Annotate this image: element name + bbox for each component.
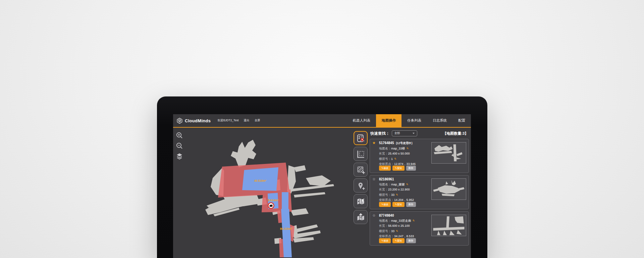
map-marker-tool-button[interactable] [354,194,368,208]
map-size-label: 长宽： [379,224,388,227]
quick-find-label: 快速查找： [370,131,390,136]
nav-tabs: 机器人列表 地图操作 任务列表 日志系统 配置 [347,114,471,127]
map-size-label: 长宽： [379,188,388,191]
map-floor-value: 33 [391,229,394,233]
map-id: 51764845 [379,141,394,145]
map-marker-icon [356,197,365,206]
map-size-value: 25.400 x 50.000 [388,152,410,155]
copy-button[interactable]: ✎复制 [392,166,404,171]
delete-button[interactable]: 删除 [406,202,416,207]
edit-name-icon[interactable]: ✎ [406,183,409,186]
delete-button[interactable]: 删除 [406,166,416,171]
zoom-out-icon[interactable] [176,142,183,149]
map-name-value: map_33层走廊 [391,219,411,222]
map-card-3: ☆ 87749840 地图名：map_33层走廊✎ 长宽：56.600 x 25… [370,211,469,246]
modify-button[interactable]: ✎修改 [379,238,391,243]
map-floor-value: 1 [391,157,393,161]
map-controls [176,132,183,160]
map-origin-value: 12.874，33.946 [394,162,416,166]
map-card-2: ☆ 82186961 地图名：map_腿腿✎ 长宽：23.200 x 22.90… [370,175,469,209]
map-toolstrip [354,131,369,224]
welcome-text: 欢迎BJDT2_Test [217,119,238,123]
add-point-icon [356,181,365,190]
edit-name-icon[interactable]: ✎ [406,147,409,150]
map-list-panel: 快速查找： 全部 【地图数量:3】 ★ 51764845 (12号使用中) [370,130,469,248]
copy-button[interactable]: ✎复制 [392,202,404,207]
add-region-tool-button[interactable] [354,163,368,177]
record-route-pin-icon [356,134,365,143]
favorite-star-icon[interactable]: ☆ [372,213,377,218]
map-size-value: 23.200 x 22.900 [388,188,410,191]
copy-button[interactable]: ✎复制 [392,238,404,243]
modify-button[interactable]: ✎修改 [379,166,391,171]
map-origin-label: 坐标原点： [379,198,394,202]
map-upload-icon [356,213,365,222]
delete-button[interactable]: 删除 [406,238,416,243]
map-origin-label: 坐标原点： [379,234,394,238]
tab-task-list[interactable]: 任务列表 [401,114,427,127]
tab-log-system[interactable]: 日志系统 [427,114,452,127]
fullscreen-link[interactable]: 全屏 [255,119,260,123]
map-name-value: map_33楼 [391,147,405,150]
logout-link[interactable]: 退出 [244,119,250,123]
map-origin-value: 34.247，8.533 [394,234,414,238]
add-region-icon [356,165,365,174]
map-id: 82186961 [379,177,394,181]
map-size-value: 56.600 x 25.100 [388,224,410,227]
tab-robot-list[interactable]: 机器人列表 [347,114,376,127]
edit-floor-icon[interactable]: ✎ [395,229,398,233]
map-canvas[interactable]: 40.519m² 8.614m² 80.215m² [173,128,353,257]
filter-value: 全部 [394,131,400,135]
top-navbar: CloudMinds 欢迎BJDT2_Test 退出 全屏 机器人列表 地图操作… [173,114,471,128]
area-label-1: 40.519m² [254,179,267,182]
map-floor-label: 楼层号： [379,157,391,161]
map-filter-select[interactable]: 全部 [392,130,417,136]
map-upload-tool-button[interactable] [354,210,368,224]
map-name-label: 地图名： [379,147,391,150]
map-id: 87749840 [379,214,394,217]
add-point-tool-button[interactable] [354,178,368,192]
edit-floor-icon[interactable]: ✎ [395,193,398,197]
favorite-star-icon[interactable]: ★ [372,141,377,145]
app-screen: CloudMinds 欢迎BJDT2_Test 退出 全屏 机器人列表 地图操作… [173,114,471,258]
map-thumbnail[interactable] [431,178,466,200]
measure-select-tool-button[interactable] [354,147,368,161]
map-inuse-badge: (12号使用中) [396,141,413,145]
robot-position-marker[interactable] [268,203,274,209]
map-card-1: ★ 51764845 (12号使用中) 地图名：map_33楼✎ 长宽：25.4… [370,139,469,173]
map-name-label: 地图名： [379,219,391,222]
area-label-2: 8.614m² [268,199,279,202]
modify-button[interactable]: ✎修改 [379,202,391,207]
measure-select-icon [356,149,365,159]
tab-config[interactable]: 配置 [452,114,471,127]
edit-floor-icon[interactable]: ✎ [394,157,396,161]
map-floor-value: 33 [391,193,394,197]
map-origin-value: 14.204，5.952 [394,198,414,202]
map-size-label: 长宽： [379,152,388,155]
edit-name-icon[interactable]: ✎ [412,219,415,222]
record-route-tool-button[interactable] [354,131,368,145]
tab-map-operation[interactable]: 地图操作 [376,114,401,127]
map-floor-label: 楼层号： [379,193,391,197]
map-floor-label: 楼层号： [379,229,391,233]
layers-icon[interactable] [176,153,183,160]
map-origin-label: 坐标原点： [379,162,394,166]
map-count-label: 【地图数量:3】 [443,131,468,136]
map-thumbnail[interactable] [431,142,466,164]
map-name-label: 地图名： [379,183,391,186]
laptop-mockup: CloudMinds 欢迎BJDT2_Test 退出 全屏 机器人列表 地图操作… [157,96,487,258]
area-label-3: 80.215m² [280,227,292,230]
brand-name: CloudMinds [185,118,211,123]
cloudminds-brand[interactable]: CloudMinds [176,114,211,127]
map-name-value: map_腿腿 [391,183,405,186]
chevron-down-icon [413,133,415,134]
map-thumbnail[interactable] [431,215,466,236]
cloudminds-logo-icon [176,118,183,124]
zoom-in-icon[interactable] [176,132,183,139]
favorite-star-icon[interactable]: ☆ [372,177,377,181]
